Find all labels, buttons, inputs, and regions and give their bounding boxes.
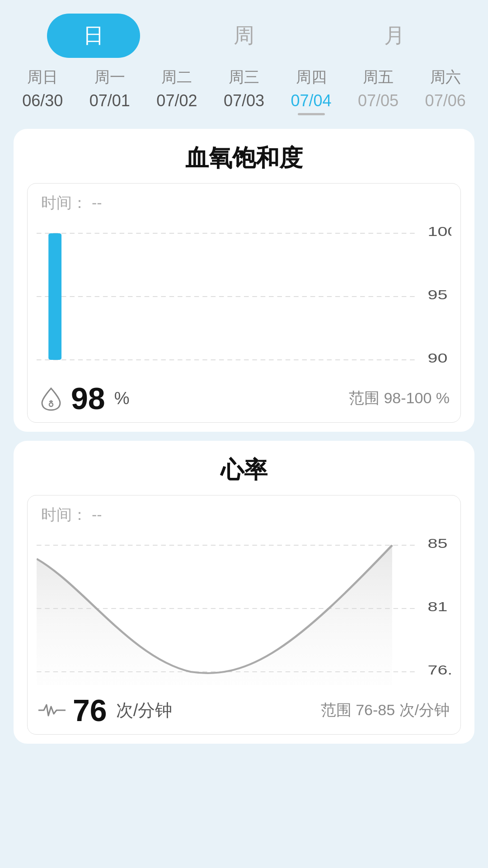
date-1[interactable]: 07/01	[80, 91, 139, 120]
blood-drop-icon	[38, 386, 64, 411]
hr-card: 心率 时间：-- 85 81 76.5	[14, 441, 474, 744]
spo2-card: 血氧饱和度 时间：-- 100 95 90	[14, 129, 474, 432]
svg-text:100: 100	[428, 224, 451, 239]
date-row: 06/30 07/01 07/02 07/03 07/04 07/05 07/0…	[0, 90, 488, 120]
hr-time-label: 时间：--	[37, 505, 451, 525]
svg-text:85: 85	[428, 536, 448, 551]
dow-3: 周三	[215, 67, 273, 88]
date-3[interactable]: 07/03	[215, 91, 273, 120]
svg-rect-6	[48, 233, 61, 360]
dow-5: 周五	[349, 67, 408, 88]
tab-week[interactable]: 周	[197, 14, 291, 58]
hr-range: 范围 76-85 次/分钟	[321, 700, 450, 721]
date-4[interactable]: 07/04	[282, 91, 341, 120]
dow-0: 周日	[13, 67, 72, 88]
date-2[interactable]: 07/02	[147, 91, 206, 120]
dow-1: 周一	[80, 67, 139, 88]
spo2-chart-area: 100 95 90	[37, 220, 451, 373]
svg-text:90: 90	[428, 350, 448, 365]
svg-text:95: 95	[428, 287, 448, 302]
hr-chart-area: 85 81 76.5	[37, 532, 451, 685]
svg-text:81: 81	[428, 599, 448, 614]
spo2-title: 血氧饱和度	[27, 142, 461, 174]
spo2-chart-svg: 100 95 90	[37, 220, 451, 373]
spo2-time-label: 时间：--	[37, 193, 451, 213]
hr-chart-box: 时间：-- 85 81 76.5	[27, 495, 461, 735]
tab-month[interactable]: 月	[348, 14, 441, 58]
dow-6: 周六	[416, 67, 475, 88]
hr-title: 心率	[27, 454, 461, 486]
spo2-footer: 98 % 范围 98-100 %	[37, 373, 451, 418]
period-tabs: 日 周 月	[0, 0, 488, 62]
spo2-chart-box: 时间：-- 100 95 90	[27, 183, 461, 423]
hr-value: 76	[73, 693, 107, 728]
spo2-value: 98	[71, 381, 105, 416]
date-6[interactable]: 07/06	[416, 91, 475, 120]
spo2-value-group: 98 %	[38, 381, 129, 416]
dow-2: 周二	[147, 67, 206, 88]
hr-value-group: 76 次/分钟	[38, 693, 172, 728]
day-of-week-row: 周日 周一 周二 周三 周四 周五 周六	[0, 62, 488, 90]
hr-unit: 次/分钟	[116, 699, 173, 722]
spo2-range: 范围 98-100 %	[349, 388, 450, 409]
hr-chart-svg: 85 81 76.5	[37, 532, 451, 685]
date-5[interactable]: 07/05	[349, 91, 408, 120]
hr-footer: 76 次/分钟 范围 76-85 次/分钟	[37, 685, 451, 730]
tab-day[interactable]: 日	[47, 14, 140, 58]
dow-4: 周四	[282, 67, 341, 88]
svg-text:76.5: 76.5	[428, 662, 451, 677]
spo2-unit: %	[114, 389, 130, 408]
svg-point-7	[49, 403, 53, 406]
ecg-icon	[38, 700, 66, 720]
date-0[interactable]: 06/30	[13, 91, 72, 120]
